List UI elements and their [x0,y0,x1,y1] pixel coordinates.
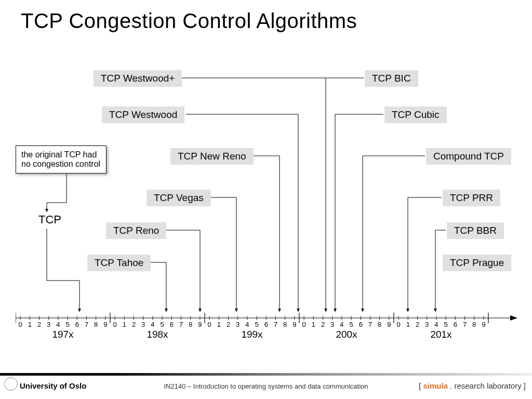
svg-text:8: 8 [378,321,381,328]
svg-text:8: 8 [283,321,287,328]
svg-text:2: 2 [416,321,419,328]
algo-westwood-plus: TCP Westwood+ [94,70,182,87]
svg-text:7: 7 [179,321,183,328]
svg-text:7: 7 [85,321,88,328]
svg-text:3: 3 [330,321,334,328]
svg-text:2: 2 [321,321,325,328]
svg-text:9: 9 [103,321,107,328]
slide-title: TCP Congestion Control Algorithms [21,9,357,33]
slide-footer: University of Oslo IN2140 – Introduction… [0,373,532,399]
algo-vegas: TCP Vegas [147,190,211,206]
algo-new-reno: TCP New Reno [170,148,254,165]
svg-text:0: 0 [113,321,116,328]
footer-lab-text: research laboratory [454,381,521,390]
svg-text:4: 4 [151,321,154,328]
svg-text:8: 8 [94,321,98,328]
algo-tahoe: TCP Tahoe [87,255,151,271]
algo-westwood: TCP Westwood [102,107,184,123]
svg-text:7: 7 [368,321,372,328]
svg-text:200x: 200x [336,329,357,340]
svg-text:9: 9 [482,321,485,328]
tcp-origin-label: TCP [38,213,61,227]
svg-text:2: 2 [227,321,230,328]
simula-brand: simula [423,381,448,390]
svg-text:4: 4 [434,321,438,328]
svg-text:4: 4 [56,321,60,328]
algo-bbr: TCP BBR [447,222,504,239]
algo-compound: Compound TCP [426,148,511,165]
footer-dot: . [448,381,455,390]
svg-text:201x: 201x [430,329,452,340]
origin-note: the original TCP had no congestion contr… [16,145,107,174]
svg-text:197x: 197x [52,329,74,340]
svg-text:4: 4 [245,321,249,328]
svg-text:0: 0 [18,321,22,328]
svg-text:1: 1 [406,321,410,328]
algo-prague: TCP Prague [443,255,511,271]
svg-text:6: 6 [170,321,174,328]
svg-text:3: 3 [236,321,240,328]
svg-text:3: 3 [47,321,50,328]
footer-divider [0,373,532,376]
svg-text:6: 6 [264,321,268,328]
bracket-right: ] [522,381,526,390]
svg-text:1: 1 [312,321,315,328]
svg-text:5: 5 [160,321,164,328]
footer-lab: [ simula . research laboratory ] [419,381,526,390]
svg-text:4: 4 [340,321,343,328]
svg-text:199x: 199x [241,329,263,340]
svg-text:1: 1 [217,321,221,328]
svg-text:0: 0 [396,321,400,328]
svg-text:8: 8 [189,321,192,328]
svg-text:6: 6 [454,321,457,328]
svg-text:9: 9 [292,321,296,328]
svg-text:0: 0 [207,321,211,328]
algo-bic: TCP BIC [365,70,418,87]
svg-text:9: 9 [198,321,202,328]
svg-text:2: 2 [132,321,136,328]
svg-text:7: 7 [274,321,277,328]
svg-text:1: 1 [123,321,126,328]
svg-text:0: 0 [302,321,305,328]
algo-reno: TCP Reno [106,222,166,239]
svg-text:198x: 198x [147,329,168,340]
svg-text:5: 5 [65,321,69,328]
svg-text:5: 5 [255,321,258,328]
algo-prr: TCP PRR [443,190,500,206]
timeline-diagram: TCP Westwood+ TCP Westwood TCP New Reno … [0,57,532,348]
svg-text:6: 6 [75,321,79,328]
svg-text:5: 5 [349,321,353,328]
svg-text:1: 1 [28,321,32,328]
timeline-axis: 0123456789197x0123456789198x012345678919… [16,313,520,346]
svg-text:3: 3 [141,321,145,328]
svg-text:8: 8 [472,321,476,328]
algo-cubic: TCP Cubic [384,107,447,123]
svg-text:2: 2 [37,321,41,328]
svg-text:7: 7 [463,321,467,328]
svg-text:9: 9 [387,321,391,328]
svg-text:3: 3 [425,321,429,328]
svg-text:6: 6 [359,321,363,328]
svg-text:5: 5 [444,321,447,328]
